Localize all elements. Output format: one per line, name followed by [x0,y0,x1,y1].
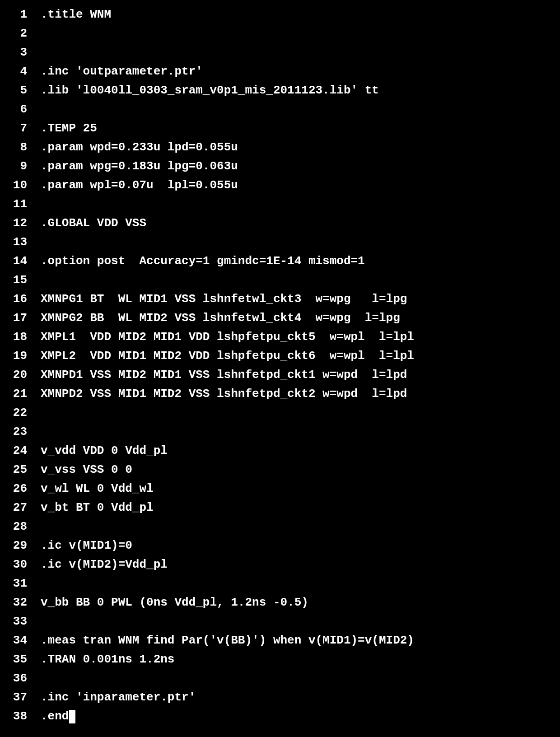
code-line[interactable]: 21XMNPD2 VSS MID1 MID2 VSS lshnfetpd_ckt… [0,385,560,404]
line-content[interactable]: .end [41,707,69,726]
line-content[interactable]: .TRAN 0.001ns 1.2ns [41,650,174,669]
line-number: 33 [0,612,41,631]
line-number: 4 [0,62,41,81]
line-number: 34 [0,631,41,650]
line-content[interactable]: .inc 'inparameter.ptr' [41,688,196,707]
code-line[interactable]: 5.lib 'l0040ll_0303_sram_v0p1_mis_201112… [0,81,560,100]
code-line[interactable]: 34.meas tran WNM find Par('v(BB)') when … [0,631,560,650]
code-line[interactable]: 18XMPL1 VDD MID2 MID1 VDD lshpfetpu_ckt5… [0,328,560,347]
code-line[interactable]: 31 [0,574,560,593]
line-number: 25 [0,461,41,480]
line-number: 9 [0,157,41,176]
line-content[interactable]: .meas tran WNM find Par('v(BB)') when v(… [41,631,414,650]
line-content[interactable]: .ic v(MID1)=0 [41,536,132,555]
line-number: 17 [0,309,41,328]
code-line[interactable]: 2 [0,24,560,43]
line-content[interactable]: v_bt BT 0 Vdd_pl [41,499,154,518]
code-line[interactable]: 23 [0,423,560,442]
line-content[interactable]: XMNPG1 BT WL MID1 VSS lshnfetwl_ckt3 w=w… [41,290,407,309]
code-line[interactable]: 36 [0,669,560,688]
code-line[interactable]: 26v_wl WL 0 Vdd_wl [0,480,560,499]
line-number: 32 [0,593,41,612]
line-content[interactable]: .param wpg=0.183u lpg=0.063u [41,157,238,176]
line-number: 5 [0,81,41,100]
line-number: 35 [0,650,41,669]
line-number: 10 [0,176,41,195]
code-line[interactable]: 8.param wpd=0.233u lpd=0.055u [0,138,560,157]
line-content[interactable]: .param wpd=0.233u lpd=0.055u [41,138,238,157]
code-line[interactable]: 3 [0,43,560,62]
code-line[interactable]: 7.TEMP 25 [0,119,560,138]
line-number: 15 [0,271,41,290]
line-number: 18 [0,328,41,347]
line-number: 28 [0,518,41,536]
line-content[interactable]: .option post Accuracy=1 gmindc=1E-14 mis… [41,252,365,271]
code-line[interactable]: 4.inc 'outparameter.ptr' [0,62,560,81]
code-line[interactable]: 38.end [0,707,560,726]
line-number: 20 [0,366,41,385]
line-number: 37 [0,688,41,707]
code-line[interactable]: 33 [0,612,560,631]
code-line[interactable]: 6 [0,100,560,119]
line-content[interactable]: .param wpl=0.07u lpl=0.055u [41,176,238,195]
line-number: 7 [0,119,41,138]
code-line[interactable]: 15 [0,271,560,290]
line-number: 30 [0,555,41,574]
code-line[interactable]: 20XMNPD1 VSS MID2 MID1 VSS lshnfetpd_ckt… [0,366,560,385]
line-content[interactable]: .TEMP 25 [41,119,97,138]
line-number: 13 [0,233,41,252]
code-line[interactable]: 19XMPL2 VDD MID1 MID2 VDD lshpfetpu_ckt6… [0,347,560,366]
line-content[interactable]: .title WNM [41,5,111,24]
code-line[interactable]: 22 [0,404,560,423]
code-line[interactable]: 11 [0,195,560,214]
line-number: 3 [0,43,41,62]
code-line[interactable]: 9.param wpg=0.183u lpg=0.063u [0,157,560,176]
code-line[interactable]: 16XMNPG1 BT WL MID1 VSS lshnfetwl_ckt3 w… [0,290,560,309]
line-content[interactable]: .ic v(MID2)=Vdd_pl [41,555,168,574]
line-number: 31 [0,574,41,593]
line-content[interactable]: v_vss VSS 0 0 [41,461,132,480]
code-line[interactable]: 14.option post Accuracy=1 gmindc=1E-14 m… [0,252,560,271]
line-content[interactable]: XMNPD2 VSS MID1 MID2 VSS lshnfetpd_ckt2 … [41,385,407,404]
line-number: 19 [0,347,41,366]
line-number: 26 [0,480,41,499]
line-number: 29 [0,536,41,555]
line-number: 1 [0,5,41,24]
line-number: 8 [0,138,41,157]
line-content[interactable]: v_vdd VDD 0 Vdd_pl [41,442,168,461]
line-content[interactable]: .GLOBAL VDD VSS [41,214,146,233]
code-line[interactable]: 24v_vdd VDD 0 Vdd_pl [0,442,560,461]
line-content[interactable]: XMNPD1 VSS MID2 MID1 VSS lshnfetpd_ckt1 … [41,366,407,385]
line-number: 11 [0,195,41,214]
code-line[interactable]: 27v_bt BT 0 Vdd_pl [0,499,560,518]
line-number: 12 [0,214,41,233]
code-line[interactable]: 37.inc 'inparameter.ptr' [0,688,560,707]
code-line[interactable]: 29.ic v(MID1)=0 [0,536,560,555]
line-number: 6 [0,100,41,119]
code-line[interactable]: 13 [0,233,560,252]
code-line[interactable]: 17XMNPG2 BB WL MID2 VSS lshnfetwl_ckt4 w… [0,309,560,328]
line-content[interactable]: v_bb BB 0 PWL (0ns Vdd_pl, 1.2ns -0.5) [41,593,308,612]
code-line[interactable]: 1.title WNM [0,5,560,24]
line-number: 22 [0,404,41,423]
line-content[interactable]: .inc 'outparameter.ptr' [41,62,203,81]
code-line[interactable]: 10.param wpl=0.07u lpl=0.055u [0,176,560,195]
line-number: 21 [0,385,41,404]
line-content[interactable]: .lib 'l0040ll_0303_sram_v0p1_mis_2011123… [41,81,379,100]
code-line[interactable]: 30.ic v(MID2)=Vdd_pl [0,555,560,574]
code-line[interactable]: 32v_bb BB 0 PWL (0ns Vdd_pl, 1.2ns -0.5) [0,593,560,612]
line-number: 23 [0,423,41,442]
code-editor[interactable]: 1.title WNM234.inc 'outparameter.ptr'5.l… [0,5,560,726]
line-content[interactable]: v_wl WL 0 Vdd_wl [41,480,154,499]
line-number: 2 [0,24,41,43]
line-number: 14 [0,252,41,271]
line-content[interactable]: XMNPG2 BB WL MID2 VSS lshnfetwl_ckt4 w=w… [41,309,400,328]
code-line[interactable]: 35.TRAN 0.001ns 1.2ns [0,650,560,669]
line-number: 16 [0,290,41,309]
code-line[interactable]: 12.GLOBAL VDD VSS [0,214,560,233]
line-content[interactable]: XMPL1 VDD MID2 MID1 VDD lshpfetpu_ckt5 w… [41,328,414,347]
code-line[interactable]: 25v_vss VSS 0 0 [0,461,560,480]
code-line[interactable]: 28 [0,518,560,536]
line-content[interactable]: XMPL2 VDD MID1 MID2 VDD lshpfetpu_ckt6 w… [41,347,414,366]
line-number: 27 [0,499,41,518]
